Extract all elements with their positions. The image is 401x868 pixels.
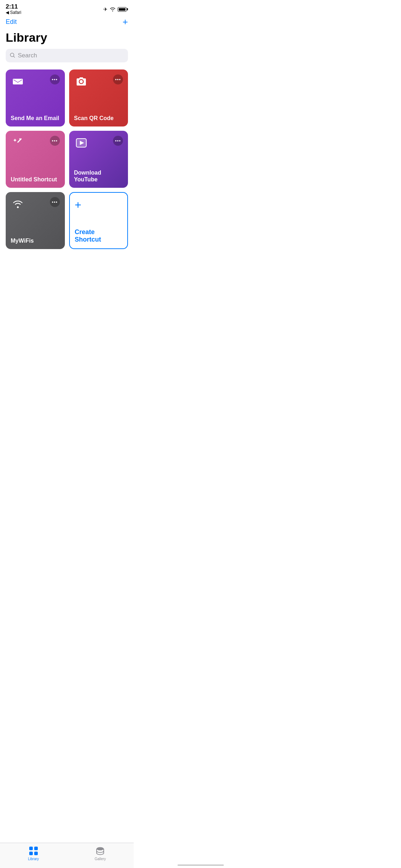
create-shortcut-label: Create Shortcut (75, 228, 123, 243)
status-icons: ✈ (103, 6, 128, 12)
page-title: Library (0, 29, 134, 49)
shortcut-card-mywifis[interactable]: ••• MyWiFis (6, 192, 65, 249)
wifi-icon (11, 197, 25, 211)
battery-icon (118, 7, 128, 12)
search-icon (10, 53, 15, 59)
airplane-icon: ✈ (103, 6, 108, 12)
shortcut-card-scan-qr[interactable]: ••• Scan QR Code (69, 69, 128, 126)
search-container: Search (0, 49, 134, 69)
shortcut-label-send-email: Send Me an Email (11, 115, 60, 122)
email-icon (11, 74, 25, 89)
shortcut-label-untitled: Untitled Shortcut (11, 176, 60, 183)
more-button-send-email[interactable]: ••• (50, 74, 60, 84)
play-icon (74, 136, 88, 150)
create-plus-icon: + (75, 199, 82, 211)
search-placeholder: Search (18, 52, 37, 59)
more-button-download-youtube[interactable]: ••• (113, 136, 123, 146)
card-top: ••• (11, 74, 60, 89)
edit-button[interactable]: Edit (6, 18, 17, 26)
more-button-untitled[interactable]: ••• (50, 136, 60, 146)
status-bar: 2:11 ◀ Safari ✈ (0, 0, 134, 16)
shortcuts-grid: ••• Send Me an Email ••• Scan QR Code (0, 69, 134, 249)
nav-bar: Edit + (0, 16, 134, 29)
shortcut-label-download-youtube: Download YouTube (74, 169, 123, 183)
status-time: 2:11 (6, 4, 18, 10)
svg-line-1 (14, 56, 15, 57)
shortcut-label-scan-qr: Scan QR Code (74, 115, 123, 122)
wifi-status-icon (110, 7, 115, 11)
wand-icon (11, 136, 25, 150)
more-button-scan-qr[interactable]: ••• (113, 74, 123, 84)
status-left: 2:11 ◀ Safari (6, 4, 21, 15)
shortcut-card-download-youtube[interactable]: ••• Download YouTube (69, 131, 128, 188)
status-back[interactable]: ◀ Safari (6, 10, 21, 15)
camera-icon (74, 74, 88, 89)
shortcut-label-mywifis: MyWiFis (11, 237, 60, 244)
card-top: ••• (74, 74, 123, 89)
shortcut-card-untitled[interactable]: ••• Untitled Shortcut (6, 131, 65, 188)
shortcut-card-send-email[interactable]: ••• Send Me an Email (6, 69, 65, 126)
more-button-mywifis[interactable]: ••• (50, 197, 60, 207)
shortcut-card-create[interactable]: + Create Shortcut (69, 192, 128, 249)
card-top: ••• (11, 136, 60, 150)
search-bar[interactable]: Search (6, 49, 128, 62)
add-button[interactable]: + (123, 17, 128, 26)
card-top: ••• (11, 197, 60, 211)
card-top: ••• (74, 136, 123, 150)
